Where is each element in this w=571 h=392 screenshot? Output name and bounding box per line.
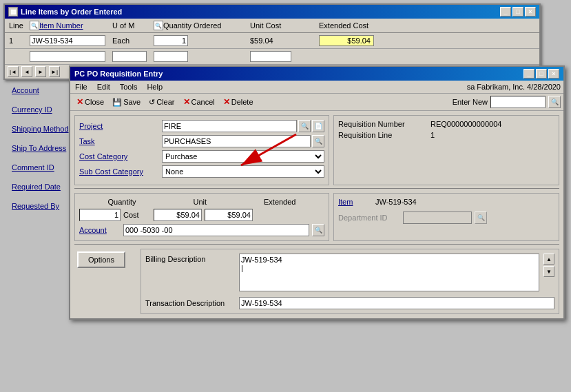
menu-file[interactable]: File xyxy=(73,82,90,92)
outer-titlebar: ▦ Line Items by Order Entered _ □ × xyxy=(5,5,539,19)
dept-row: Department ID 🔍 xyxy=(338,212,554,224)
sidebar-item-shiptoaddress[interactable]: Ship To Address xyxy=(12,144,77,152)
col-uofm-label: U of M xyxy=(112,21,134,30)
cancel-icon: ✕ xyxy=(183,97,190,107)
trans-desc-label: Transaction Description xyxy=(145,299,235,307)
task-lookup-btn[interactable]: 🔍 xyxy=(312,135,324,147)
table-row: 1 JW-519-534 Each 1 $59.04 $59.04 xyxy=(5,33,539,49)
company-info: sa Fabrikam, Inc. 4/28/2020 xyxy=(467,83,561,91)
cancel-button[interactable]: ✕ Cancel xyxy=(180,95,218,109)
delete-icon: ✕ xyxy=(223,97,230,107)
qty-header-quantity: Quantity xyxy=(107,198,136,206)
divider-1 xyxy=(74,188,559,189)
extcost-value: $59.04 xyxy=(319,35,374,46)
modal-window: PC PO Requisition Entry _ □ × File Edit … xyxy=(69,65,565,320)
red-arrow xyxy=(179,127,303,183)
options-button[interactable]: Options xyxy=(77,251,125,268)
ext-cost-input[interactable]: $59.04 xyxy=(205,209,253,221)
billing-desc-textarea[interactable]: JW-519-534 | xyxy=(239,254,539,291)
save-button[interactable]: 💾 Save xyxy=(109,96,144,109)
costcategory-label[interactable]: Cost Category xyxy=(79,152,162,161)
modal-body: Project FIRE 🔍 📄 Task PURCHASES 🔍 xyxy=(70,111,563,318)
col-itemnum-label[interactable]: Item Number xyxy=(39,21,83,30)
clear-button[interactable]: ↺ Clear xyxy=(145,96,178,109)
item-label[interactable]: Item xyxy=(338,198,373,206)
column-headers: Line 🔍 Item Number U of M 🔍 Quantity Ord… xyxy=(5,19,539,33)
account-lookup-btn[interactable]: 🔍 xyxy=(312,224,324,236)
nav-next-btn[interactable]: ► xyxy=(35,66,46,77)
qty-panel: Quantity Unit Extended 1 Cost $59.04 $59… xyxy=(74,193,329,241)
enter-new-lookup-btn[interactable]: 🔍 xyxy=(548,96,561,108)
account-label[interactable]: Account xyxy=(79,226,121,234)
task-label[interactable]: Task xyxy=(79,137,162,145)
row-unitcost: $59.04 xyxy=(249,36,318,45)
sidebar-item-shippingmethod[interactable]: Shipping Method xyxy=(12,125,77,133)
quantity-input[interactable]: 1 xyxy=(79,209,121,221)
unitcost-input-empty[interactable] xyxy=(250,51,291,62)
nav-first-btn[interactable]: |◄ xyxy=(8,66,19,77)
billing-desc-row: Billing Description JW-519-534 | ▲ ▼ xyxy=(145,254,554,291)
nav-last-btn[interactable]: ►| xyxy=(49,66,60,77)
minimize-btn[interactable]: _ xyxy=(500,7,511,17)
qty-lookup-icon[interactable]: 🔍 xyxy=(154,21,163,30)
col-extcost-label: Extended Cost xyxy=(319,21,368,30)
sidebar-item-account[interactable]: Account xyxy=(12,86,77,94)
close-button[interactable]: ✕ Close xyxy=(73,95,107,109)
window-icon: ▦ xyxy=(8,7,18,17)
close-icon: ✕ xyxy=(76,97,83,107)
nav-prev-btn[interactable]: ◄ xyxy=(21,66,32,77)
item-value: JW-519-534 xyxy=(375,198,417,206)
sidebar-item-requestedby[interactable]: Requested By xyxy=(12,202,77,210)
enter-new-box xyxy=(490,96,546,108)
qty-input-empty[interactable] xyxy=(154,51,188,62)
uofm-input-empty[interactable] xyxy=(112,51,147,62)
menu-edit[interactable]: Edit xyxy=(95,82,112,92)
row-itemnum: JW-519-534 xyxy=(28,34,111,47)
close-btn[interactable]: × xyxy=(525,7,536,17)
billing-desc-scroll: ▲ ▼ xyxy=(543,254,554,277)
col-itemnum: 🔍 Item Number xyxy=(28,20,111,31)
menu-tools[interactable]: Tools xyxy=(118,82,140,92)
scroll-down-btn[interactable]: ▼ xyxy=(543,266,554,277)
cost-input[interactable]: $59.04 xyxy=(154,209,202,221)
qty-header-extended: Extended xyxy=(264,198,295,206)
maximize-btn[interactable]: □ xyxy=(512,7,523,17)
top-section: Project FIRE 🔍 📄 Task PURCHASES 🔍 xyxy=(74,115,559,185)
col-extcost: Extended Cost xyxy=(318,20,400,31)
right-panel: Requisition Number REQ0000000000004 Requ… xyxy=(333,115,559,185)
left-sidebar: Account Currency ID Shipping Method Ship… xyxy=(12,86,77,221)
qty-values-row: 1 Cost $59.04 $59.04 xyxy=(79,209,324,221)
subcostcategory-label[interactable]: Sub Cost Category xyxy=(79,167,162,176)
cost-label: Cost xyxy=(123,211,151,219)
modal-close-btn[interactable]: × xyxy=(548,69,559,79)
project-label[interactable]: Project xyxy=(79,122,162,130)
qty-input[interactable]: 1 xyxy=(154,35,188,46)
sidebar-item-requireddate[interactable]: Required Date xyxy=(12,183,77,191)
clear-icon: ↺ xyxy=(149,98,155,107)
itemnum-lookup-icon[interactable]: 🔍 xyxy=(30,21,39,30)
delete-button[interactable]: ✕ Delete xyxy=(220,95,257,109)
dept-lookup-btn[interactable]: 🔍 xyxy=(475,212,487,224)
modal-titlebar: PC PO Requisition Entry _ □ × xyxy=(70,67,563,81)
scroll-up-btn[interactable]: ▲ xyxy=(543,254,554,265)
middle-section: Quantity Unit Extended 1 Cost $59.04 $59… xyxy=(74,193,559,241)
dept-input[interactable] xyxy=(403,212,472,224)
sidebar-item-commentid[interactable]: Comment ID xyxy=(12,163,77,172)
options-panel: Options xyxy=(74,249,136,314)
item-panel: Item JW-519-534 Department ID 🔍 xyxy=(333,193,559,241)
account-input[interactable]: 000 -5030 -00 xyxy=(123,224,309,236)
sidebar-item-currencyid[interactable]: Currency ID xyxy=(12,105,77,114)
trans-desc-input[interactable]: JW-519-534 xyxy=(239,297,554,309)
reqline-value: 1 xyxy=(430,131,435,139)
desc-panel: Billing Description JW-519-534 | ▲ ▼ Tra… xyxy=(141,249,559,314)
account-row: Account 000 -5030 -00 🔍 xyxy=(79,224,324,236)
modal-maximize-btn[interactable]: □ xyxy=(536,69,547,79)
qty-header: Quantity Unit Extended xyxy=(79,198,324,206)
reqline-label: Requisition Line xyxy=(338,131,428,139)
modal-minimize-btn[interactable]: _ xyxy=(523,69,534,79)
project-doc-btn[interactable]: 📄 xyxy=(312,120,324,132)
menu-help[interactable]: Help xyxy=(145,82,165,92)
outer-win-controls: _ □ × xyxy=(500,7,536,17)
itemnum-input[interactable]: JW-519-534 xyxy=(30,35,105,46)
itemnum-input-empty[interactable] xyxy=(30,51,105,62)
